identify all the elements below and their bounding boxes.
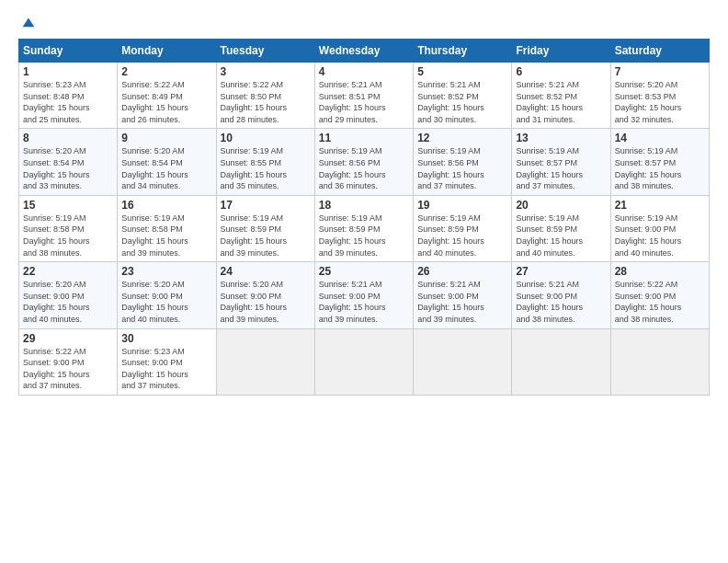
day-number: 2	[121, 65, 211, 78]
day-number: 21	[615, 199, 705, 212]
calendar-cell: 25Sunrise: 5:21 AM Sunset: 9:00 PM Dayli…	[314, 262, 413, 328]
day-number: 5	[417, 65, 507, 78]
day-number: 11	[319, 132, 409, 144]
calendar-cell: 7Sunrise: 5:20 AM Sunset: 8:53 PM Daylig…	[610, 63, 709, 129]
calendar-cell: 24Sunrise: 5:20 AM Sunset: 9:00 PM Dayli…	[216, 262, 314, 328]
day-number: 9	[121, 132, 211, 144]
day-number: 1	[23, 65, 113, 78]
day-info: Sunrise: 5:20 AM Sunset: 9:00 PM Dayligh…	[23, 279, 113, 325]
calendar-cell: 10Sunrise: 5:19 AM Sunset: 8:55 PM Dayli…	[216, 129, 314, 195]
calendar-cell: 12Sunrise: 5:19 AM Sunset: 8:56 PM Dayli…	[414, 129, 512, 195]
col-header-wednesday: Wednesday	[314, 40, 413, 63]
day-number: 25	[319, 265, 409, 278]
day-number: 19	[417, 199, 507, 212]
day-info: Sunrise: 5:19 AM Sunset: 8:59 PM Dayligh…	[516, 213, 606, 259]
calendar-cell: 17Sunrise: 5:19 AM Sunset: 8:59 PM Dayli…	[216, 195, 314, 261]
day-info: Sunrise: 5:22 AM Sunset: 9:00 PM Dayligh…	[23, 346, 113, 392]
day-info: Sunrise: 5:21 AM Sunset: 9:00 PM Dayligh…	[319, 279, 409, 325]
calendar-week-row: 22Sunrise: 5:20 AM Sunset: 9:00 PM Dayli…	[19, 262, 710, 328]
calendar-week-row: 15Sunrise: 5:19 AM Sunset: 8:58 PM Dayli…	[19, 195, 710, 261]
calendar-table: SundayMondayTuesdayWednesdayThursdayFrid…	[18, 39, 710, 396]
page: SundayMondayTuesdayWednesdayThursdayFrid…	[0, 0, 728, 563]
day-number: 10	[221, 132, 311, 144]
col-header-saturday: Saturday	[610, 40, 709, 63]
calendar-cell	[512, 328, 610, 395]
day-info: Sunrise: 5:19 AM Sunset: 8:59 PM Dayligh…	[221, 213, 311, 259]
calendar-cell	[216, 328, 314, 395]
day-number: 13	[516, 132, 606, 144]
calendar-cell	[314, 328, 413, 395]
day-info: Sunrise: 5:21 AM Sunset: 8:52 PM Dayligh…	[516, 79, 606, 125]
day-info: Sunrise: 5:21 AM Sunset: 8:51 PM Dayligh…	[319, 79, 409, 125]
day-info: Sunrise: 5:19 AM Sunset: 8:58 PM Dayligh…	[23, 213, 113, 259]
calendar-cell: 11Sunrise: 5:19 AM Sunset: 8:56 PM Dayli…	[314, 129, 413, 195]
day-info: Sunrise: 5:21 AM Sunset: 8:52 PM Dayligh…	[417, 79, 507, 125]
day-number: 20	[516, 199, 606, 212]
calendar-cell: 9Sunrise: 5:20 AM Sunset: 8:54 PM Daylig…	[118, 129, 216, 195]
calendar-cell: 2Sunrise: 5:22 AM Sunset: 8:49 PM Daylig…	[118, 63, 216, 129]
calendar-cell: 19Sunrise: 5:19 AM Sunset: 8:59 PM Dayli…	[414, 195, 512, 261]
header	[18, 17, 710, 31]
day-number: 23	[121, 265, 211, 278]
day-number: 26	[417, 265, 507, 278]
logo	[18, 17, 36, 31]
day-number: 15	[23, 199, 113, 212]
day-info: Sunrise: 5:20 AM Sunset: 9:00 PM Dayligh…	[121, 279, 211, 325]
calendar-week-row: 29Sunrise: 5:22 AM Sunset: 9:00 PM Dayli…	[19, 328, 710, 395]
day-info: Sunrise: 5:23 AM Sunset: 8:48 PM Dayligh…	[23, 79, 113, 125]
col-header-sunday: Sunday	[19, 40, 118, 63]
day-info: Sunrise: 5:20 AM Sunset: 8:54 PM Dayligh…	[121, 145, 211, 191]
day-info: Sunrise: 5:19 AM Sunset: 8:58 PM Dayligh…	[121, 213, 211, 259]
day-number: 24	[221, 265, 311, 278]
day-number: 27	[516, 265, 606, 278]
col-header-tuesday: Tuesday	[216, 40, 314, 63]
day-info: Sunrise: 5:22 AM Sunset: 8:50 PM Dayligh…	[221, 79, 311, 125]
calendar-cell: 30Sunrise: 5:23 AM Sunset: 9:00 PM Dayli…	[118, 328, 216, 395]
day-number: 18	[319, 199, 409, 212]
calendar-cell	[610, 328, 709, 395]
calendar-cell: 28Sunrise: 5:22 AM Sunset: 9:00 PM Dayli…	[610, 262, 709, 328]
day-info: Sunrise: 5:20 AM Sunset: 8:53 PM Dayligh…	[615, 79, 705, 125]
calendar-cell: 6Sunrise: 5:21 AM Sunset: 8:52 PM Daylig…	[512, 63, 610, 129]
calendar-cell: 3Sunrise: 5:22 AM Sunset: 8:50 PM Daylig…	[216, 63, 314, 129]
calendar-week-row: 1Sunrise: 5:23 AM Sunset: 8:48 PM Daylig…	[19, 63, 710, 129]
day-info: Sunrise: 5:21 AM Sunset: 9:00 PM Dayligh…	[516, 279, 606, 325]
logo-icon	[21, 17, 36, 31]
calendar-cell: 20Sunrise: 5:19 AM Sunset: 8:59 PM Dayli…	[512, 195, 610, 261]
day-number: 22	[23, 265, 113, 278]
day-number: 14	[615, 132, 705, 144]
calendar-cell: 16Sunrise: 5:19 AM Sunset: 8:58 PM Dayli…	[118, 195, 216, 261]
svg-marker-0	[23, 18, 35, 28]
calendar-cell: 21Sunrise: 5:19 AM Sunset: 9:00 PM Dayli…	[610, 195, 709, 261]
calendar-cell: 1Sunrise: 5:23 AM Sunset: 8:48 PM Daylig…	[19, 63, 118, 129]
day-info: Sunrise: 5:22 AM Sunset: 8:49 PM Dayligh…	[121, 79, 211, 125]
day-number: 3	[221, 65, 311, 78]
calendar-header-row: SundayMondayTuesdayWednesdayThursdayFrid…	[19, 40, 710, 63]
day-info: Sunrise: 5:23 AM Sunset: 9:00 PM Dayligh…	[121, 346, 211, 392]
day-number: 16	[121, 199, 211, 212]
calendar-week-row: 8Sunrise: 5:20 AM Sunset: 8:54 PM Daylig…	[19, 129, 710, 195]
calendar-cell: 15Sunrise: 5:19 AM Sunset: 8:58 PM Dayli…	[19, 195, 118, 261]
day-info: Sunrise: 5:20 AM Sunset: 8:54 PM Dayligh…	[23, 145, 113, 191]
calendar-cell: 29Sunrise: 5:22 AM Sunset: 9:00 PM Dayli…	[19, 328, 118, 395]
calendar-cell: 22Sunrise: 5:20 AM Sunset: 9:00 PM Dayli…	[19, 262, 118, 328]
day-info: Sunrise: 5:19 AM Sunset: 8:55 PM Dayligh…	[221, 145, 311, 191]
day-number: 28	[615, 265, 705, 278]
day-number: 4	[319, 65, 409, 78]
day-info: Sunrise: 5:19 AM Sunset: 8:59 PM Dayligh…	[319, 213, 409, 259]
day-info: Sunrise: 5:21 AM Sunset: 9:00 PM Dayligh…	[417, 279, 507, 325]
day-number: 7	[615, 65, 705, 78]
day-number: 12	[417, 132, 507, 144]
col-header-thursday: Thursday	[414, 40, 512, 63]
day-info: Sunrise: 5:20 AM Sunset: 9:00 PM Dayligh…	[221, 279, 311, 325]
calendar-cell: 18Sunrise: 5:19 AM Sunset: 8:59 PM Dayli…	[314, 195, 413, 261]
calendar-cell: 13Sunrise: 5:19 AM Sunset: 8:57 PM Dayli…	[512, 129, 610, 195]
day-info: Sunrise: 5:19 AM Sunset: 8:57 PM Dayligh…	[615, 145, 705, 191]
calendar-cell	[414, 328, 512, 395]
calendar-cell: 5Sunrise: 5:21 AM Sunset: 8:52 PM Daylig…	[414, 63, 512, 129]
day-info: Sunrise: 5:19 AM Sunset: 9:00 PM Dayligh…	[615, 213, 705, 259]
calendar-cell: 27Sunrise: 5:21 AM Sunset: 9:00 PM Dayli…	[512, 262, 610, 328]
col-header-monday: Monday	[118, 40, 216, 63]
day-info: Sunrise: 5:19 AM Sunset: 8:57 PM Dayligh…	[516, 145, 606, 191]
calendar-cell: 23Sunrise: 5:20 AM Sunset: 9:00 PM Dayli…	[118, 262, 216, 328]
